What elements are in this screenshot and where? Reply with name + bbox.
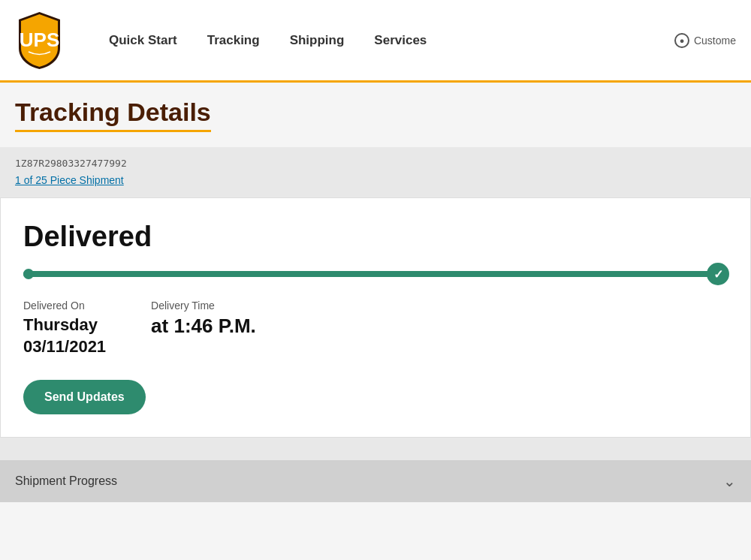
delivery-time-col: Delivery Time at 1:46 P.M.: [151, 300, 256, 357]
delivered-on-label: Delivered On: [23, 300, 106, 312]
shipment-progress-label: Shipment Progress: [15, 474, 117, 488]
header: UPS Quick Start Tracking Shipping Servic…: [0, 0, 751, 83]
checkmark-icon: ✓: [713, 267, 723, 282]
main-nav: Quick Start Tracking Shipping Services: [94, 33, 674, 48]
logo-container: UPS: [15, 11, 64, 71]
delivered-on-col: Delivered On Thursday 03/11/2021: [23, 300, 106, 357]
status-title: Delivered: [23, 221, 728, 253]
progress-bar-track: ✓: [23, 271, 728, 277]
delivered-date2: 03/11/2021: [23, 336, 106, 358]
shipment-progress-accordion[interactable]: Shipment Progress ⌄: [0, 460, 751, 502]
progress-bar-container: ✓: [23, 271, 728, 277]
tracking-number: 1Z87R29803327477992: [15, 158, 736, 169]
nav-quick-start[interactable]: Quick Start: [94, 33, 192, 48]
page-title: Tracking Details: [15, 98, 211, 132]
customer-icon: ●: [674, 33, 689, 48]
delivered-date: Thursday: [23, 315, 106, 336]
delivery-details: Delivered On Thursday 03/11/2021 Deliver…: [23, 300, 728, 357]
piece-shipment-link[interactable]: 1 of 25 Piece Shipment: [15, 174, 124, 186]
customer-area[interactable]: ● Custome: [674, 33, 736, 48]
progress-dot-start: [23, 269, 34, 279]
nav-services[interactable]: Services: [359, 33, 442, 48]
gray-spacer: [0, 438, 751, 460]
svg-text:UPS: UPS: [20, 29, 59, 51]
tracking-info-bar: 1Z87R29803327477992 1 of 25 Piece Shipme…: [0, 147, 751, 197]
nav-shipping[interactable]: Shipping: [275, 33, 360, 48]
ups-logo: UPS: [15, 11, 64, 71]
delivery-time-value: at 1:46 P.M.: [151, 315, 256, 338]
delivery-time-label: Delivery Time: [151, 300, 256, 312]
page-content: Tracking Details: [0, 83, 751, 147]
chevron-down-icon: ⌄: [723, 472, 736, 490]
tracking-card: Delivered ✓ Delivered On Thursday 03/11/…: [0, 197, 751, 438]
send-updates-button[interactable]: Send Updates: [23, 380, 146, 414]
customer-label: Custome: [694, 35, 736, 47]
progress-dot-end: ✓: [707, 263, 729, 285]
nav-tracking[interactable]: Tracking: [192, 33, 275, 48]
